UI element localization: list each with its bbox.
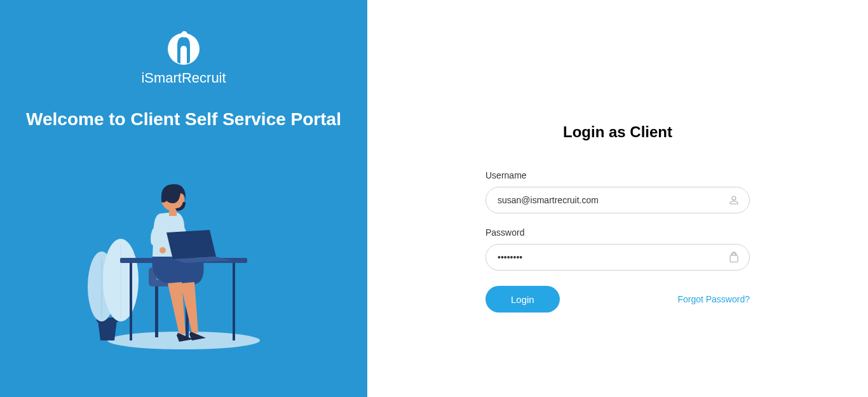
right-panel: Login as Client Username Password Login … (367, 0, 868, 397)
username-group: Username (485, 170, 750, 213)
form-actions: Login Forgot Password? (485, 286, 750, 313)
brand-logo-icon (166, 30, 201, 65)
person-laptop-illustration (85, 175, 282, 353)
login-form: Username Password Login Forgot Password? (485, 170, 750, 313)
brand-name-suffix: Recruit (182, 70, 226, 86)
svg-rect-7 (233, 263, 235, 340)
forgot-password-link[interactable]: Forgot Password? (677, 294, 750, 304)
password-label: Password (485, 227, 750, 238)
svg-point-1 (181, 31, 187, 37)
username-input[interactable] (485, 187, 750, 213)
left-panel: iSmartRecruit Welcome to Client Self Ser… (0, 0, 367, 397)
lock-icon (728, 252, 740, 263)
user-icon (728, 194, 740, 206)
svg-rect-11 (155, 286, 158, 337)
logo: iSmartRecruit (141, 30, 226, 86)
password-group: Password (485, 227, 750, 271)
welcome-heading: Welcome to Client Self Service Portal (26, 109, 341, 130)
password-input-wrapper (485, 244, 750, 271)
svg-rect-6 (130, 263, 132, 340)
username-input-wrapper (485, 187, 750, 213)
brand-name-prefix: iSmart (141, 70, 182, 86)
login-heading: Login as Client (563, 123, 672, 141)
brand-name: iSmartRecruit (141, 70, 226, 86)
login-button[interactable]: Login (485, 286, 560, 313)
password-input[interactable] (485, 244, 750, 271)
username-label: Username (485, 170, 750, 180)
svg-point-13 (159, 247, 166, 253)
